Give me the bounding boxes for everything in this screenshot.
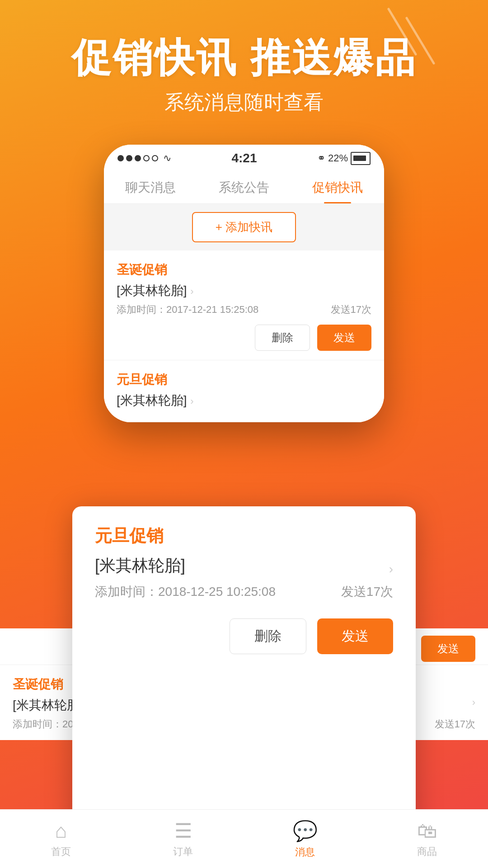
battery-area: ⚭ 22% bbox=[317, 152, 371, 165]
dot4 bbox=[143, 155, 150, 161]
nav-item-product[interactable]: 🛍 商品 bbox=[366, 810, 488, 868]
popup-title: 元旦促销 bbox=[95, 524, 393, 547]
extra-chevron-icon: › bbox=[472, 697, 475, 714]
phone-mockup: ∿ 4:21 ⚭ 22% 聊天消息 系统公告 促销快讯 + 添加快讯 圣诞促销 bbox=[104, 145, 384, 422]
hero-title: 促销快讯 推送爆品 bbox=[0, 36, 488, 80]
chevron-right-icon-2: › bbox=[190, 396, 193, 407]
nav-label-message: 消息 bbox=[295, 845, 315, 859]
send-button-1[interactable]: 发送 bbox=[317, 325, 371, 351]
hero-subtitle: 系统消息随时查看 bbox=[0, 89, 488, 116]
extra-send-count: 发送17次 bbox=[435, 717, 475, 731]
battery-icon bbox=[351, 152, 371, 165]
add-button-row: + 添加快讯 bbox=[104, 204, 384, 250]
below-send-button[interactable]: 发送 bbox=[421, 636, 475, 662]
nav-label-order: 订单 bbox=[173, 845, 193, 859]
chevron-right-icon-1: › bbox=[190, 286, 193, 297]
nav-item-message[interactable]: 💬 消息 bbox=[244, 810, 366, 868]
promo-product-1: [米其林轮胎] › bbox=[117, 282, 371, 299]
promo-actions-1: 删除 发送 bbox=[117, 325, 371, 351]
add-promo-button[interactable]: + 添加快讯 bbox=[192, 212, 296, 242]
promo-title-1: 圣诞促销 bbox=[117, 261, 167, 278]
promo-item-christmas: 圣诞促销 [米其林轮胎] › 添加时间：2017-12-21 15:25:08 … bbox=[104, 250, 384, 360]
product-icon: 🛍 bbox=[417, 820, 437, 842]
nav-label-home: 首页 bbox=[51, 845, 71, 859]
promo-meta-1: 添加时间：2017-12-21 15:25:08 发送17次 bbox=[117, 303, 371, 316]
promo-title-2: 元旦促销 bbox=[117, 371, 167, 388]
tab-promo[interactable]: 促销快讯 bbox=[291, 169, 384, 203]
popup-meta: 添加时间：2018-12-25 10:25:08 发送17次 bbox=[95, 583, 393, 600]
signal-dots: ∿ bbox=[117, 152, 171, 164]
bluetooth-icon: ⚭ bbox=[317, 152, 325, 164]
wifi-icon: ∿ bbox=[163, 152, 171, 164]
tab-bar: 聊天消息 系统公告 促销快讯 bbox=[104, 169, 384, 204]
tab-chat[interactable]: 聊天消息 bbox=[104, 169, 197, 203]
promo-item-header-2: 元旦促销 bbox=[117, 371, 371, 388]
phone-content: 圣诞促销 [米其林轮胎] › 添加时间：2017-12-21 15:25:08 … bbox=[104, 250, 384, 422]
nav-item-order[interactable]: ☰ 订单 bbox=[122, 810, 244, 868]
hero-section: 促销快讯 推送爆品 系统消息随时查看 bbox=[0, 0, 488, 116]
bottom-navigation: ⌂ 首页 ☰ 订单 💬 消息 🛍 商品 bbox=[0, 809, 488, 868]
dot2 bbox=[126, 155, 132, 161]
popup-actions: 删除 发送 bbox=[95, 618, 393, 654]
tab-announcement[interactable]: 系统公告 bbox=[197, 169, 291, 203]
promo-item-newyear-partial: 元旦促销 [米其林轮胎] › bbox=[104, 360, 384, 422]
nav-item-home[interactable]: ⌂ 首页 bbox=[0, 810, 122, 868]
order-icon: ☰ bbox=[174, 819, 192, 842]
time-display: 4:21 bbox=[231, 151, 257, 165]
popup-product-row: [米其林轮胎] › bbox=[95, 555, 393, 583]
send-count-1: 发送17次 bbox=[331, 303, 371, 316]
home-icon: ⌂ bbox=[55, 820, 67, 842]
popup-chevron-icon: › bbox=[389, 562, 393, 576]
popup-delete-button[interactable]: 删除 bbox=[230, 618, 306, 654]
extra-title: 圣诞促销 bbox=[13, 677, 63, 691]
nav-label-product: 商品 bbox=[417, 845, 437, 859]
delete-button-1[interactable]: 删除 bbox=[255, 325, 310, 351]
dot5 bbox=[152, 155, 158, 161]
add-time-1: 添加时间：2017-12-21 15:25:08 bbox=[117, 303, 258, 316]
popup-product: [米其林轮胎] bbox=[95, 555, 185, 577]
popup-add-time: 添加时间：2018-12-25 10:25:08 bbox=[95, 583, 276, 600]
dot3 bbox=[135, 155, 141, 161]
promo-product-2: [米其林轮胎] › bbox=[117, 392, 371, 409]
status-bar: ∿ 4:21 ⚭ 22% bbox=[104, 145, 384, 169]
battery-percent: 22% bbox=[328, 152, 348, 164]
popup-send-count: 发送17次 bbox=[341, 583, 393, 600]
dot1 bbox=[117, 155, 124, 161]
message-icon: 💬 bbox=[293, 819, 318, 843]
popup-send-button[interactable]: 发送 bbox=[317, 618, 393, 654]
promo-item-header-1: 圣诞促销 bbox=[117, 261, 371, 278]
